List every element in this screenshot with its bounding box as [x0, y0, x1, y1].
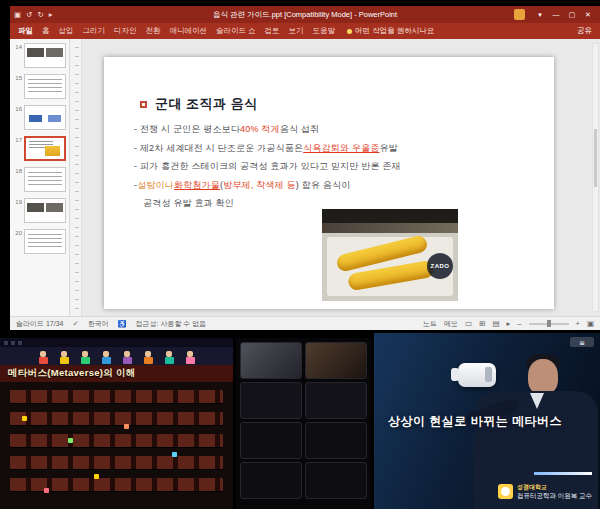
tab-6[interactable]: 전환	[146, 26, 161, 36]
thumbnail-number: 19	[13, 198, 22, 205]
player-avatar	[44, 488, 49, 493]
bullet-text: 공격성 유발 효과 확인	[143, 197, 234, 210]
thumbnail-preview	[24, 167, 66, 192]
participant-tile[interactable]	[240, 342, 302, 379]
zoom-slider[interactable]	[529, 323, 569, 325]
participant-tile[interactable]	[305, 422, 367, 459]
bullet-square-icon	[140, 101, 147, 108]
player-avatar	[68, 438, 73, 443]
canvas-scrollbar[interactable]	[592, 43, 599, 312]
tab-8[interactable]: 슬라이드 쇼	[216, 26, 256, 36]
spellcheck-icon[interactable]: ✓	[72, 319, 78, 328]
comments-button[interactable]: 메모	[444, 319, 458, 329]
tab-11[interactable]: 도움말	[313, 26, 336, 36]
tab-3[interactable]: 삽입	[59, 26, 74, 36]
slide-thumbnail-14[interactable]: 14	[13, 43, 66, 68]
bullet-text: 식욕감퇴와 우울증	[303, 142, 379, 155]
video-caption: 상상이 현실로 바뀌는 메타버스	[388, 413, 562, 430]
qat-icon[interactable]: ↺	[26, 10, 32, 19]
participant-tile[interactable]	[305, 382, 367, 419]
tab-1[interactable]: 파일	[18, 26, 33, 36]
thumbnail-number: 14	[13, 43, 22, 50]
restore-button[interactable]: ▢	[564, 6, 580, 23]
zoom-slider-knob[interactable]	[547, 320, 551, 327]
slide-sorter-icon[interactable]: ⊞	[479, 319, 485, 328]
university-logo	[498, 484, 513, 499]
minimize-button[interactable]: —	[548, 6, 564, 23]
header-dot	[4, 341, 8, 345]
bullet-text: 설탕이나	[137, 179, 174, 192]
share-button[interactable]: 공유	[577, 26, 592, 36]
tellme-box[interactable]: 어떤 작업을 원하시나요	[347, 26, 434, 36]
titlebar-controls: ▾ — ▢ ✕	[514, 6, 596, 23]
slide-title: 군대 조직과 음식	[155, 95, 258, 113]
slide-thumbnail-16[interactable]: 16	[13, 105, 66, 130]
window-title: 음식 관련 가이드.ppt [Compatibility Mode] - Pow…	[10, 10, 600, 20]
metaverse-window[interactable]: 메타버스(Metaverse)의 이해	[0, 338, 233, 509]
participant-tile[interactable]	[240, 462, 302, 499]
thumbnail-number: 15	[13, 74, 22, 81]
tab-5[interactable]: 디자인	[114, 26, 137, 36]
zoom-in-icon[interactable]: +	[576, 319, 580, 328]
qat-icon[interactable]: ▣	[14, 10, 21, 19]
bullet-line-1: - 전쟁 시 군인은 평소보다 40% 적게 음식 섭취	[134, 123, 538, 136]
accessibility-icon: ♿	[118, 320, 127, 328]
current-slide[interactable]: 군대 조직과 음식 - 전쟁 시 군인은 평소보다 40% 적게 음식 섭취- …	[104, 57, 554, 309]
bullet-text: - 피가 흥건한 스테이크의 공격성 효과가 있다고 믿지만 반론 존재	[134, 160, 401, 173]
desk-row	[10, 478, 223, 491]
slide-image: ZADO	[322, 209, 458, 301]
bullet-text: 방부제, 착색제 등	[223, 179, 296, 192]
header-dot	[11, 341, 15, 345]
participant-tile[interactable]	[305, 462, 367, 499]
zoom-out-icon[interactable]: –	[517, 319, 521, 328]
photo-background	[322, 209, 458, 223]
tab-4[interactable]: 그리기	[83, 26, 106, 36]
lightbulb-icon	[347, 29, 352, 34]
lecture-video-window[interactable]: ⊞ 상상이 현실로 바뀌는 메타버스 성결대학교 컴퓨터공학과 이원복 교수	[374, 333, 600, 509]
fit-to-window-icon[interactable]: ▣	[587, 319, 594, 328]
player-avatar	[94, 474, 99, 479]
slideshow-icon[interactable]: ▸	[507, 319, 511, 328]
participant-tile[interactable]	[240, 382, 302, 419]
slide-thumbnail-17[interactable]: 17	[13, 136, 66, 161]
quick-access-toolbar[interactable]: ▣↺↻▸	[14, 10, 52, 19]
normal-view-icon[interactable]: ▭	[465, 319, 472, 328]
statusbar-right: 노트 메모 ▭ ⊞ ▤ ▸ – + ▣	[423, 319, 594, 329]
slide-thumbnail-15[interactable]: 15	[13, 74, 66, 99]
tab-9[interactable]: 검토	[265, 26, 280, 36]
slide-thumbnail-19[interactable]: 19	[13, 198, 66, 223]
participant-tile[interactable]	[305, 342, 367, 379]
account-avatar[interactable]	[514, 9, 525, 20]
slide-canvas[interactable]: 군대 조직과 음식 - 전쟁 시 군인은 평소보다 40% 적게 음식 섭취- …	[82, 39, 600, 316]
bullet-text: 40% 적게	[240, 123, 280, 136]
thumbnail-number: 16	[13, 105, 22, 112]
vertical-ruler	[70, 39, 82, 316]
pixel-character	[144, 351, 153, 364]
tab-10[interactable]: 보기	[289, 26, 304, 36]
view-button[interactable]: ⊞	[570, 337, 594, 347]
participant-tile[interactable]	[240, 422, 302, 459]
notes-button[interactable]: 노트	[423, 319, 437, 329]
classroom-map[interactable]	[0, 382, 233, 509]
accessibility-status[interactable]: 접근성: 사용할 수 없음	[136, 319, 207, 329]
thumbnail-preview	[24, 198, 66, 223]
ribbon-options-icon[interactable]: ▾	[532, 6, 548, 23]
video-grid-window	[236, 338, 371, 509]
qat-icon[interactable]: ↻	[37, 10, 43, 19]
metaverse-title: 메타버스(Metaverse)의 이해	[8, 367, 136, 380]
reading-view-icon[interactable]: ▤	[492, 319, 499, 328]
tab-7[interactable]: 애니메이션	[170, 26, 208, 36]
slide-thumbnail-18[interactable]: 18	[13, 167, 66, 192]
slide-thumbnail-20[interactable]: 20	[13, 229, 66, 254]
bullet-line-2: - 제2차 세계대전 시 단조로운 가공식품은 식욕감퇴와 우울증 유발	[134, 142, 538, 155]
thumbnail-preview	[24, 74, 66, 99]
language-status[interactable]: 한국어	[88, 319, 109, 329]
pixel-character	[81, 351, 90, 364]
qat-icon[interactable]: ▸	[49, 10, 53, 19]
close-button[interactable]: ✕	[580, 6, 596, 23]
bullet-line-3: - 피가 흥건한 스테이크의 공격성 효과가 있다고 믿지만 반론 존재	[134, 160, 538, 173]
pixel-character	[39, 351, 48, 364]
desk-row	[10, 434, 223, 447]
bullet-text: 유발	[379, 142, 397, 155]
tab-2[interactable]: 홈	[42, 26, 50, 36]
